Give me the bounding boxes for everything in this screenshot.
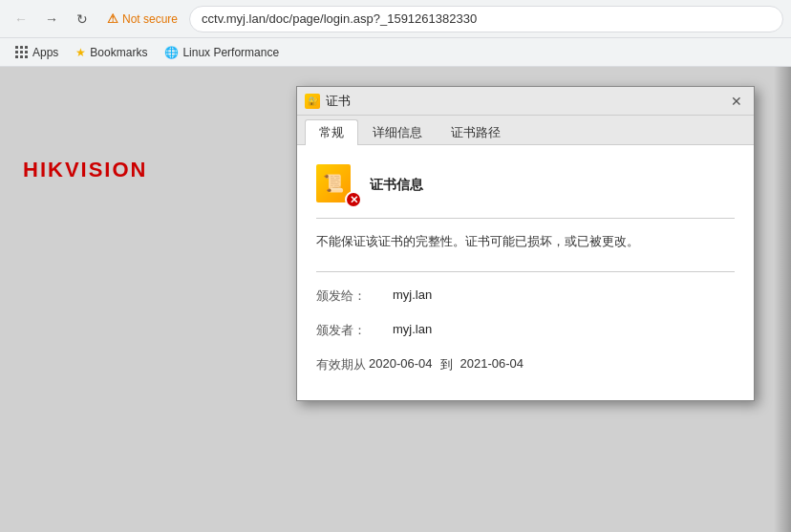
globe-icon: 🌐 (164, 46, 179, 59)
security-warning-icon: ⚠ (107, 11, 118, 26)
issued-to-value: myj.lan (393, 287, 432, 305)
right-scroll-edge (774, 67, 791, 532)
cert-big-icon: 📜 ✕ (316, 164, 358, 206)
logo-text-2: VISION (65, 158, 148, 181)
cert-warning-text: 不能保证该证书的完整性。证书可能已损坏，或已被更改。 (316, 232, 735, 252)
valid-label: 有效期从 (316, 356, 369, 373)
cert-details: 颁发给： myj.lan 颁发者： myj.lan 有效期从 2020-06-0… (316, 271, 735, 373)
issued-to-row: 颁发给： myj.lan (316, 287, 735, 305)
forward-button[interactable]: → (38, 6, 65, 32)
cert-info-title: 证书信息 (370, 177, 423, 194)
tab-cert-path[interactable]: 证书路径 (437, 119, 515, 145)
nav-bar: ← → ↻ ⚠ Not secure cctv.myj.lan/doc/page… (0, 0, 791, 38)
dialog-close-button[interactable]: ✕ (727, 92, 746, 111)
issued-by-value: myj.lan (393, 322, 432, 339)
cert-header: 📜 ✕ 证书信息 (316, 164, 735, 219)
cert-error-badge: ✕ (345, 191, 362, 208)
dialog-body: 📜 ✕ 证书信息 不能保证该证书的完整性。证书可能已损坏，或已被更改。 颁发给：… (297, 145, 754, 400)
validity-row: 有效期从 2020-06-04 到 2021-06-04 (316, 356, 735, 373)
security-indicator[interactable]: ⚠ Not secure (99, 6, 185, 32)
bookmark-bookmarks[interactable]: ★ Bookmarks (68, 44, 155, 61)
cert-small-icon: 🔐 (305, 94, 320, 109)
dialog-titlebar: 🔐 证书 ✕ (297, 87, 754, 116)
issued-by-row: 颁发者： myj.lan (316, 322, 735, 339)
reload-button[interactable]: ↻ (69, 6, 96, 32)
dialog-tabs: 常规 详细信息 证书路径 (297, 116, 754, 145)
star-icon: ★ (75, 46, 86, 59)
bookmark-apps[interactable]: Apps (8, 44, 66, 61)
tab-general[interactable]: 常规 (305, 119, 358, 145)
back-button[interactable]: ← (8, 6, 34, 32)
bookmark-linux-perf[interactable]: 🌐 Linux Performance (157, 44, 287, 61)
valid-to-value: 2021-06-04 (460, 356, 524, 373)
cert-title-icon: 🔐 (305, 94, 320, 109)
browser-frame: ← → ↻ ⚠ Not secure cctv.myj.lan/doc/page… (0, 0, 791, 532)
bookmarks-bar: Apps ★ Bookmarks 🌐 Linux Performance (0, 38, 791, 67)
apps-label: Apps (32, 46, 58, 59)
certificate-dialog: 🔐 证书 ✕ 常规 详细信息 证书路径 📜 (296, 86, 755, 401)
hikvision-logo: HIKVISION (23, 158, 147, 182)
address-bar[interactable]: cctv.myj.lan/doc/page/login.asp?_1591261… (189, 6, 783, 32)
issued-by-label: 颁发者： (316, 322, 393, 339)
url-text: cctv.myj.lan/doc/page/login.asp?_1591261… (202, 11, 477, 26)
tab-details[interactable]: 详细信息 (358, 119, 437, 145)
logo-text: HIK (23, 158, 65, 181)
bookmarks-label: Bookmarks (90, 46, 147, 59)
valid-from-value: 2020-06-04 (369, 356, 433, 373)
issued-to-label: 颁发给： (316, 287, 393, 305)
valid-to-label: 到 (440, 356, 453, 373)
page-content: HIKVISION 🔐 证书 ✕ 常规 详细信息 证书路径 (0, 67, 791, 532)
apps-grid-icon (15, 46, 29, 59)
dialog-title-text: 证书 (326, 93, 727, 110)
security-text: Not secure (122, 12, 178, 26)
linux-perf-label: Linux Performance (182, 46, 279, 59)
